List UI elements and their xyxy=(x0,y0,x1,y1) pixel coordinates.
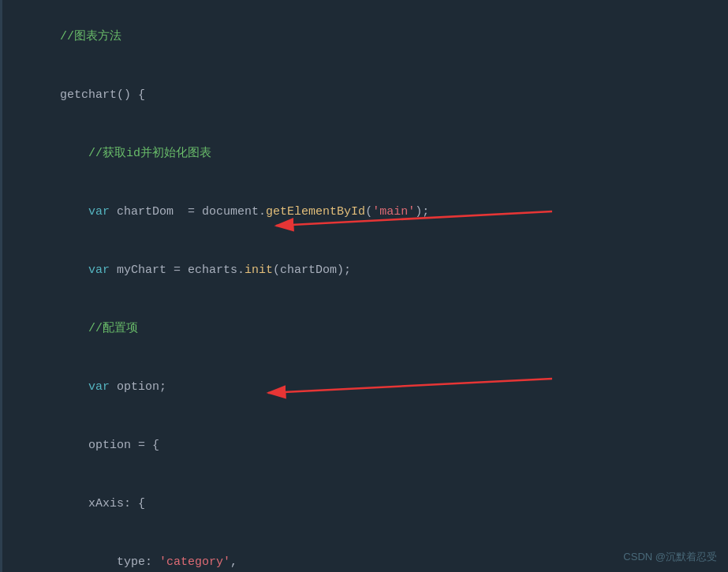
code-line-4: var chartDom = document.getElementById('… xyxy=(0,183,728,241)
code-line-3: //获取id并初始化图表 xyxy=(0,125,728,183)
code-line-9: xAxis: { xyxy=(0,475,728,533)
code-line-8: option = { xyxy=(0,417,728,475)
comment-text: //图表方法 xyxy=(46,30,121,43)
code-line-5: var myChart = echarts.init(chartDom); xyxy=(0,241,728,300)
watermark: CSDN @沉默着忍受 xyxy=(623,549,717,566)
code-editor: //图表方法 getchart() { //获取id并初始化图表 var cha… xyxy=(0,0,728,572)
code-line-10: type: 'category', xyxy=(0,533,728,572)
code-line-6: //配置项 xyxy=(0,300,728,358)
code-line-2: getchart() { xyxy=(0,66,728,125)
code-line-1: //图表方法 xyxy=(0,8,728,66)
code-line-7: var option; xyxy=(0,358,728,417)
